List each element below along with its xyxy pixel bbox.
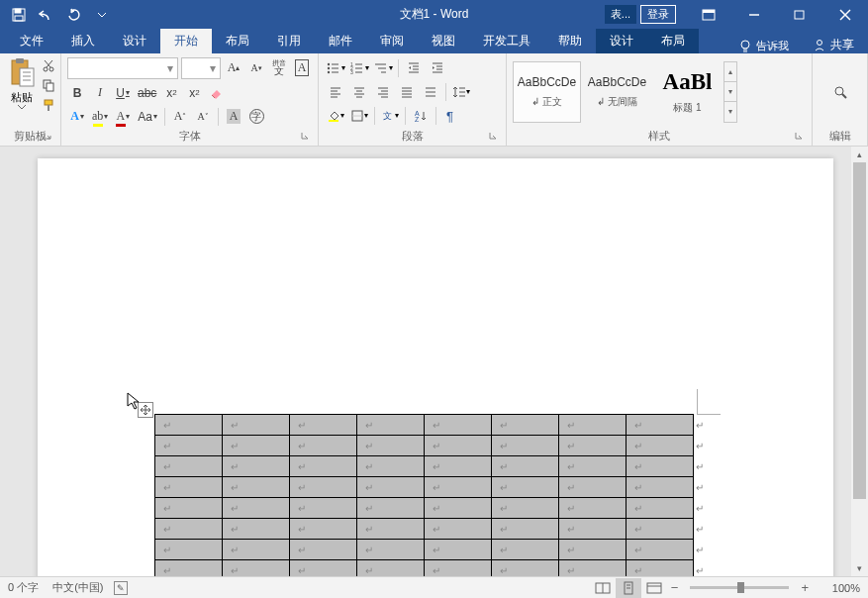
table-cell[interactable]: ↵ [425,415,492,436]
table-cell[interactable]: ↵ [627,560,694,577]
change-case-button[interactable]: Aa▾ [136,107,159,127]
zoom-slider[interactable] [690,586,789,589]
table-cell[interactable]: ↵ [492,477,559,498]
style-heading1[interactable]: AaBl 标题 1 [653,61,722,123]
tab-review[interactable]: 审阅 [366,29,418,53]
table-cell[interactable]: ↵ [627,498,694,519]
underline-button[interactable]: U▾ [113,83,133,103]
table-cell[interactable]: ↵ [492,498,559,519]
table-cell[interactable]: ↵ [492,436,559,456]
table-cell[interactable]: ↵ [223,519,290,540]
table-cell[interactable]: ↵ [223,456,290,477]
table-cell[interactable]: ↵ [492,519,559,540]
line-spacing-button[interactable]: ▾ [450,82,472,102]
align-center-button[interactable] [348,82,370,102]
table-cell[interactable]: ↵ [357,456,425,477]
table-cell[interactable]: ↵ [492,415,559,436]
table-cell[interactable]: ↵ [223,436,290,456]
table-cell[interactable]: ↵ [155,477,223,498]
table-cell[interactable]: ↵ [425,560,492,577]
word-count[interactable]: 0 个字 [8,580,39,595]
distribute-button[interactable] [420,82,441,102]
multilevel-button[interactable]: ▾ [372,58,394,78]
web-layout-button[interactable] [641,578,667,598]
table-cell[interactable]: ↵ [627,540,694,560]
table-cell[interactable]: ↵ [290,456,357,477]
table-cell[interactable]: ↵ [425,498,492,519]
style-normal[interactable]: AaBbCcDe ↲ 正文 [513,61,581,123]
text-effects-button[interactable]: A▾ [67,107,87,127]
tab-table-layout[interactable]: 布局 [647,29,699,53]
save-button[interactable] [6,3,32,27]
table-cell[interactable]: ↵ [290,519,357,540]
highlight-button[interactable]: ab▾ [90,107,110,127]
bullets-button[interactable]: ▾ [325,58,346,78]
table-cell[interactable]: ↵ [357,540,425,560]
undo-button[interactable] [34,3,59,27]
zoom-in-button[interactable]: + [797,580,813,595]
char-shading-button[interactable]: A [224,107,243,127]
font-launcher[interactable] [298,131,312,145]
table-cell[interactable]: ↵ [223,540,290,560]
enclose-char-button[interactable]: 字 [246,107,266,127]
table-cell[interactable]: ↵ [559,540,627,560]
styles-up-button[interactable]: ▴ [724,62,736,82]
paragraph-launcher[interactable] [486,131,500,145]
table-cell[interactable]: ↵ [155,415,223,436]
table-cell[interactable]: ↵ [559,436,627,456]
tab-references[interactable]: 引用 [263,29,315,53]
tab-view[interactable]: 视图 [418,29,469,53]
table-cell[interactable]: ↵ [223,498,290,519]
numbering-button[interactable]: 123▾ [348,58,370,78]
table-cell[interactable]: ↵ [559,498,627,519]
table-cell[interactable]: ↵ [627,456,694,477]
tab-help[interactable]: 帮助 [544,29,596,53]
copy-button[interactable] [40,76,57,94]
paste-button[interactable]: 粘贴 [6,56,38,110]
tab-devtools[interactable]: 开发工具 [469,29,544,53]
tab-home[interactable]: 开始 [160,29,212,53]
shrink-font2-button[interactable]: A˅ [193,107,213,127]
table-cell[interactable]: ↵ [425,477,492,498]
zoom-level[interactable]: 100% [820,582,860,594]
table-cell[interactable]: ↵ [627,415,694,436]
phonetic-guide-button[interactable]: 拼音文 [269,58,289,78]
zoom-out-button[interactable]: − [667,580,683,595]
grow-font2-button[interactable]: A˄ [170,107,190,127]
clear-formatting-button[interactable] [207,83,227,103]
align-right-button[interactable] [372,82,394,102]
share-button[interactable]: 共享 [799,37,868,53]
table-cell[interactable]: ↵ [357,560,425,577]
style-no-spacing[interactable]: AaBbCcDe ↲ 无间隔 [583,61,651,123]
tab-table-design[interactable]: 设计 [596,29,647,53]
shading-button[interactable]: ▾ [325,106,346,126]
login-button[interactable]: 登录 [640,5,676,24]
table-cell[interactable]: ↵ [155,498,223,519]
borders-button[interactable]: ▾ [348,106,370,126]
qat-customize-button[interactable] [89,3,115,27]
table-cell[interactable]: ↵ [223,415,290,436]
zoom-slider-handle[interactable] [737,582,744,593]
table-cell[interactable]: ↵ [290,436,357,456]
close-button[interactable] [822,0,868,29]
decrease-indent-button[interactable] [403,58,425,78]
superscript-button[interactable]: x2 [184,83,204,103]
styles-launcher[interactable] [792,131,806,145]
tab-file[interactable]: 文件 [6,29,57,53]
styles-more-button[interactable]: ▾ [724,102,736,121]
italic-button[interactable]: I [90,83,110,103]
table-cell[interactable]: ↵ [357,415,425,436]
tell-me-button[interactable]: 告诉我 [728,39,799,53]
show-marks-button[interactable]: ¶ [440,106,462,126]
align-left-button[interactable] [325,82,346,102]
table-cell[interactable]: ↵ [425,436,492,456]
table-cell[interactable]: ↵ [290,540,357,560]
table-cell[interactable]: ↵ [627,519,694,540]
maximize-button[interactable] [777,0,822,29]
table-cell[interactable]: ↵ [559,519,627,540]
text-direction-button[interactable]: 文▾ [379,106,401,126]
ime-icon[interactable]: ✎ [114,581,128,595]
shrink-font-button[interactable]: A▾ [246,58,266,78]
language-status[interactable]: 中文(中国) [52,580,103,595]
table-cell[interactable]: ↵ [559,477,627,498]
